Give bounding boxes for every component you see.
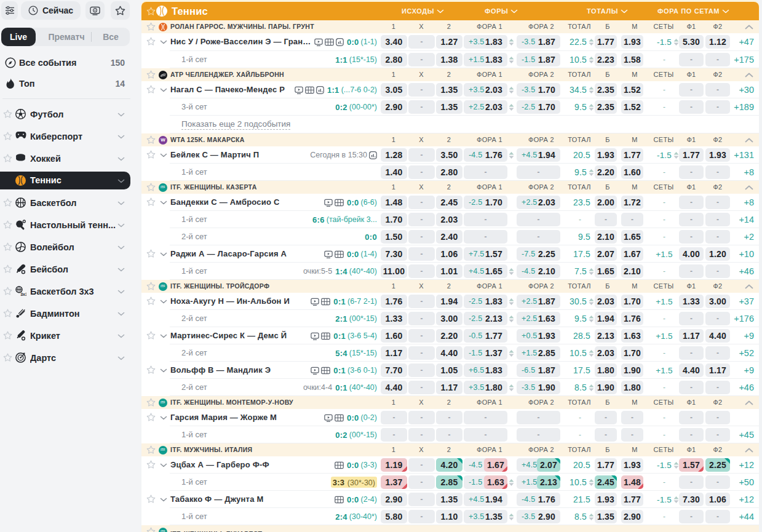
svg-text:3x3: 3x3 (20, 292, 26, 296)
